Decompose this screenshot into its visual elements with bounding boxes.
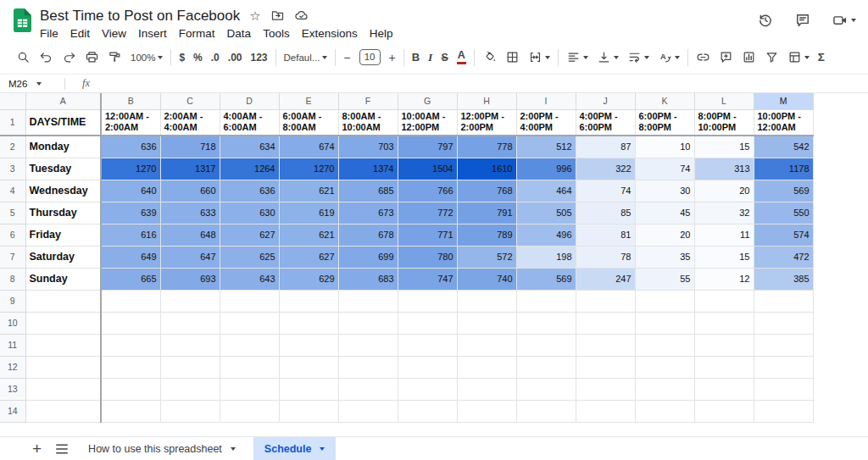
- cell-L6[interactable]: 11: [694, 224, 754, 246]
- row-number-14[interactable]: 14: [0, 400, 25, 422]
- cell-L4[interactable]: 20: [694, 180, 754, 202]
- cell-E14[interactable]: [279, 400, 338, 422]
- cell-J10[interactable]: [576, 312, 635, 334]
- cell-J4[interactable]: 74: [576, 180, 635, 202]
- cell-C5[interactable]: 633: [160, 202, 220, 224]
- cell-K14[interactable]: [635, 400, 694, 422]
- column-header-G[interactable]: G: [398, 93, 457, 109]
- cell-M13[interactable]: [754, 378, 813, 400]
- cell-D2[interactable]: 634: [220, 136, 279, 158]
- cell-M1[interactable]: 10:00PM -12:00AM: [754, 109, 813, 136]
- cell-E2[interactable]: 674: [279, 136, 338, 158]
- cell-J3[interactable]: 322: [576, 158, 635, 180]
- menu-format[interactable]: Format: [173, 26, 221, 41]
- cell-H5[interactable]: 791: [457, 202, 516, 224]
- cell-G2[interactable]: 797: [398, 136, 457, 158]
- cell-C8[interactable]: 693: [160, 268, 220, 290]
- cell-A6[interactable]: Friday: [25, 224, 101, 246]
- column-header-D[interactable]: D: [220, 93, 279, 109]
- text-color-button[interactable]: A: [453, 47, 470, 67]
- fill-color-button[interactable]: [478, 47, 501, 67]
- cell-H12[interactable]: [457, 356, 516, 378]
- cell-M8[interactable]: 385: [754, 268, 813, 290]
- cell-F12[interactable]: [338, 356, 398, 378]
- undo-button[interactable]: [35, 47, 58, 67]
- cell-K13[interactable]: [635, 378, 694, 400]
- menu-view[interactable]: View: [96, 26, 132, 41]
- cell-C14[interactable]: [160, 400, 220, 422]
- cell-L7[interactable]: 15: [694, 246, 754, 268]
- menu-extensions[interactable]: Extensions: [296, 26, 364, 41]
- cell-I7[interactable]: 198: [516, 246, 576, 268]
- cell-G9[interactable]: [398, 290, 457, 312]
- cell-G13[interactable]: [398, 378, 457, 400]
- cell-K2[interactable]: 10: [635, 136, 694, 158]
- cell-K5[interactable]: 45: [635, 202, 694, 224]
- row-number-4[interactable]: 4: [0, 180, 25, 202]
- cell-L11[interactable]: [694, 334, 754, 356]
- cell-H2[interactable]: 778: [457, 136, 516, 158]
- cell-I11[interactable]: [516, 334, 576, 356]
- cell-M12[interactable]: [754, 356, 813, 378]
- sheet-tab-how-to-use[interactable]: How to use this spreadsheet: [77, 437, 247, 460]
- cell-K11[interactable]: [635, 334, 694, 356]
- cell-D6[interactable]: 627: [220, 224, 279, 246]
- column-header-C[interactable]: C: [160, 93, 220, 109]
- cell-L14[interactable]: [694, 400, 754, 422]
- cell-C2[interactable]: 718: [160, 136, 220, 158]
- row-number-13[interactable]: 13: [0, 378, 25, 400]
- cell-K1[interactable]: 6:00PM -8:00PM: [635, 109, 694, 136]
- cell-J5[interactable]: 85: [576, 202, 635, 224]
- cell-B13[interactable]: [101, 378, 160, 400]
- column-header-A[interactable]: A: [25, 93, 101, 109]
- cell-L10[interactable]: [694, 312, 754, 334]
- table-views-button[interactable]: [783, 47, 814, 67]
- sheet-tab-schedule[interactable]: Schedule: [253, 437, 337, 460]
- cell-G14[interactable]: [398, 400, 457, 422]
- cell-F10[interactable]: [338, 312, 398, 334]
- cell-L5[interactable]: 32: [694, 202, 754, 224]
- column-header-L[interactable]: L: [694, 93, 754, 109]
- cell-H1[interactable]: 12:00PM -2:00PM: [457, 109, 516, 136]
- cell-G12[interactable]: [398, 356, 457, 378]
- cell-F13[interactable]: [338, 378, 398, 400]
- cell-D9[interactable]: [220, 290, 279, 312]
- column-header-I[interactable]: I: [516, 93, 576, 109]
- search-button[interactable]: [12, 47, 35, 67]
- cell-C3[interactable]: 1317: [160, 158, 220, 180]
- text-rotation-button[interactable]: [654, 47, 684, 67]
- cell-L1[interactable]: 8:00PM -10:00PM: [694, 109, 754, 136]
- borders-button[interactable]: [501, 47, 524, 67]
- row-number-2[interactable]: 2: [0, 136, 25, 158]
- select-all-corner[interactable]: [0, 93, 25, 109]
- cell-A1[interactable]: DAYS/TIME: [25, 109, 101, 136]
- cell-E1[interactable]: 6:00AM -8:00AM: [279, 109, 338, 136]
- row-number-3[interactable]: 3: [0, 158, 25, 180]
- cell-B3[interactable]: 1270: [101, 158, 160, 180]
- cell-H13[interactable]: [457, 378, 516, 400]
- cell-E9[interactable]: [279, 290, 338, 312]
- cell-I5[interactable]: 505: [516, 202, 576, 224]
- cell-F1[interactable]: 8:00AM -10:00AM: [338, 109, 398, 136]
- cell-E7[interactable]: 627: [279, 246, 338, 268]
- cell-B5[interactable]: 639: [101, 202, 160, 224]
- cell-D10[interactable]: [220, 312, 279, 334]
- cell-B6[interactable]: 616: [101, 224, 160, 246]
- cell-D4[interactable]: 636: [220, 180, 279, 202]
- vertical-align-button[interactable]: [593, 47, 623, 67]
- cell-C11[interactable]: [160, 334, 220, 356]
- cell-H7[interactable]: 572: [457, 246, 516, 268]
- cell-L8[interactable]: 12: [694, 268, 754, 290]
- cell-H3[interactable]: 1610: [457, 158, 516, 180]
- cell-E6[interactable]: 621: [279, 224, 338, 246]
- cell-J7[interactable]: 78: [576, 246, 635, 268]
- cell-D14[interactable]: [220, 400, 279, 422]
- cell-M9[interactable]: [754, 290, 813, 312]
- cell-D8[interactable]: 643: [220, 268, 279, 290]
- cell-C12[interactable]: [160, 356, 220, 378]
- comments-icon[interactable]: [794, 12, 811, 29]
- cell-B2[interactable]: 636: [101, 136, 160, 158]
- cell-M14[interactable]: [754, 400, 813, 422]
- zoom-control[interactable]: 100%: [126, 50, 167, 65]
- cell-K4[interactable]: 30: [635, 180, 694, 202]
